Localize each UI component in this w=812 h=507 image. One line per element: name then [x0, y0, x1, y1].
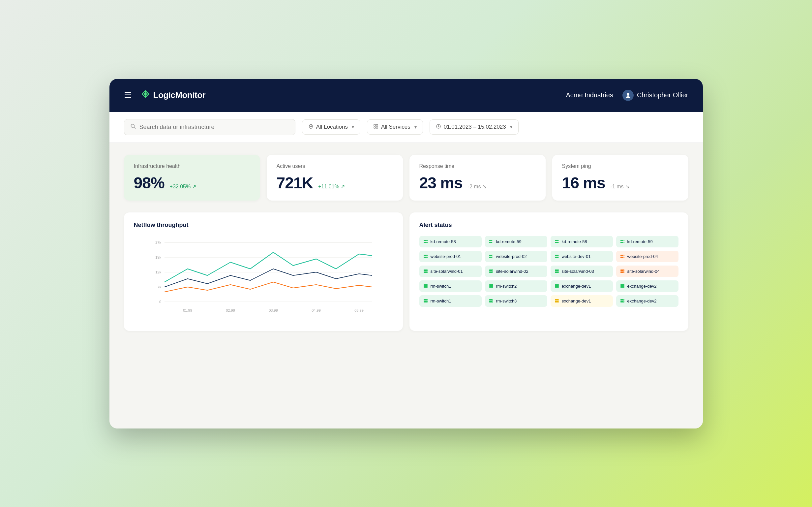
alert-item-label: kd-remote-59 — [496, 239, 521, 244]
svg-point-84 — [558, 287, 558, 287]
app-window: ☰ LogicMonitor Acme Industries — [110, 79, 703, 429]
search-box[interactable] — [124, 119, 295, 135]
svg-text:19k: 19k — [155, 255, 161, 259]
svg-text:12k: 12k — [155, 270, 161, 274]
svg-text:0: 0 — [159, 300, 161, 304]
main-content: Infrastructure health 98% +32.05% ↗ Acti… — [110, 143, 703, 429]
svg-point-40 — [623, 242, 624, 243]
alert-item[interactable]: exchange-dev2 — [616, 280, 679, 292]
stat-card-infra-health: Infrastructure health 98% +32.05% ↗ — [124, 155, 260, 201]
svg-point-64 — [492, 272, 493, 273]
svg-line-3 — [134, 127, 135, 129]
stat-card-system-ping: System ping 16 ms -1 ms ↘ — [552, 155, 688, 201]
netflow-title: Netflow throughput — [134, 222, 393, 229]
trend-up-icon-0: ↗ — [192, 183, 196, 190]
date-range-filter[interactable]: 01.01.2023 – 15.02.2023 ▾ — [430, 119, 518, 134]
user-area[interactable]: Christopher Ollier — [622, 90, 688, 101]
alert-item[interactable]: site-solarwind-01 — [419, 266, 482, 277]
alert-item-label: site-solarwind-04 — [627, 269, 660, 274]
netflow-panel: Netflow throughput 27k 19k 12k 7k — [124, 213, 403, 331]
toolbar: All Locations ▾ All Services ▾ — [110, 112, 703, 143]
svg-text:7k: 7k — [157, 285, 161, 289]
all-services-filter[interactable]: All Services ▾ — [367, 119, 423, 134]
alert-item[interactable]: kd-remote-58 — [551, 236, 613, 247]
alert-item-label: kd-remote-58 — [431, 239, 456, 244]
stats-row: Infrastructure health 98% +32.05% ↗ Acti… — [124, 155, 688, 201]
svg-rect-7 — [374, 127, 376, 128]
stat-value-2: 23 ms — [419, 174, 462, 192]
svg-point-31 — [492, 240, 493, 241]
stat-card-response-time: Response time 23 ms -2 ms ↘ — [410, 155, 546, 201]
alert-item[interactable]: kd-remote-58 — [419, 236, 482, 247]
alert-item-label: exchange-dev1 — [562, 284, 591, 289]
trend-down-icon-3: ↘ — [625, 183, 629, 190]
clock-icon — [436, 124, 441, 130]
svg-point-43 — [427, 255, 427, 256]
stat-value-0: 98% — [134, 174, 165, 192]
alert-item[interactable]: exchange-dev1 — [551, 280, 613, 292]
alert-item-label: site-solarwind-03 — [562, 269, 594, 274]
alert-item[interactable]: website-prod-02 — [485, 251, 547, 262]
alert-item-label: website-prod-04 — [627, 254, 658, 259]
svg-point-83 — [558, 285, 558, 285]
alert-item-label: exchange-dev2 — [627, 284, 657, 289]
alert-item[interactable]: website-prod-01 — [419, 251, 482, 262]
search-input[interactable] — [139, 124, 289, 131]
alert-item[interactable]: site-solarwind-02 — [485, 266, 547, 277]
svg-point-95 — [492, 299, 493, 300]
alert-grid: kd-remote-58 kd-remote-59 kd-remote-58 k… — [419, 236, 679, 307]
location-icon — [308, 124, 314, 130]
menu-icon[interactable]: ☰ — [124, 90, 131, 100]
stat-delta-1: +11.01% ↗ — [318, 183, 345, 190]
svg-point-104 — [623, 301, 624, 302]
alert-item-label: rm-switch3 — [496, 298, 517, 303]
alert-item[interactable]: kd-remote-59 — [485, 236, 547, 247]
alert-item[interactable]: rm-switch1 — [419, 280, 482, 292]
alert-item[interactable]: exchange-dev1 — [551, 295, 613, 307]
stat-label-1: Active users — [276, 163, 393, 169]
svg-point-32 — [492, 242, 493, 243]
svg-point-35 — [558, 240, 558, 241]
stat-value-1: 721K — [276, 174, 313, 192]
stat-delta-2: -2 ms ↘ — [468, 183, 487, 190]
alert-item[interactable]: site-solarwind-04 — [616, 266, 679, 277]
svg-point-56 — [623, 257, 624, 258]
svg-point-100 — [558, 301, 558, 302]
alert-item[interactable]: rm-switch1 — [419, 295, 482, 307]
svg-point-60 — [427, 272, 427, 273]
stat-label-3: System ping — [562, 163, 679, 169]
svg-point-4 — [310, 125, 312, 127]
alert-item-label: website-prod-02 — [496, 254, 527, 259]
alert-item[interactable]: kd-remote-59 — [616, 236, 679, 247]
user-avatar — [622, 90, 634, 101]
chevron-down-icon3: ▾ — [510, 124, 512, 130]
alert-item-label: website-dev-01 — [562, 254, 591, 259]
alert-item-label: rm-switch1 — [431, 298, 451, 303]
stat-label-0: Infrastructure health — [134, 163, 250, 169]
alert-status-title: Alert status — [419, 222, 679, 229]
svg-point-76 — [427, 287, 427, 287]
stat-value-row-1: 721K +11.01% ↗ — [276, 174, 393, 192]
chart-svg: 27k 19k 12k 7k 0 01.99 02.99 03.99 04.99… — [134, 236, 393, 322]
svg-point-87 — [623, 285, 624, 285]
alert-item[interactable]: exchange-dev2 — [616, 295, 679, 307]
alert-item[interactable]: website-prod-04 — [616, 251, 679, 262]
stat-value-3: 16 ms — [562, 174, 605, 192]
trend-up-icon-1: ↗ — [340, 183, 345, 190]
alert-item[interactable]: rm-switch2 — [485, 280, 547, 292]
alert-item-label: exchange-dev2 — [627, 298, 657, 303]
svg-point-67 — [558, 270, 558, 271]
svg-point-88 — [623, 287, 624, 287]
alert-item[interactable]: site-solarwind-03 — [551, 266, 613, 277]
svg-point-44 — [427, 257, 427, 258]
svg-point-52 — [558, 257, 558, 258]
logo-icon — [141, 90, 150, 101]
svg-point-96 — [492, 301, 493, 302]
chevron-down-icon2: ▾ — [415, 124, 417, 130]
svg-point-48 — [492, 257, 493, 258]
all-locations-filter[interactable]: All Locations ▾ — [302, 119, 360, 134]
alert-item[interactable]: website-dev-01 — [551, 251, 613, 262]
alert-item[interactable]: rm-switch3 — [485, 295, 547, 307]
svg-text:05.99: 05.99 — [355, 308, 364, 313]
logo-area: LogicMonitor — [141, 90, 206, 101]
